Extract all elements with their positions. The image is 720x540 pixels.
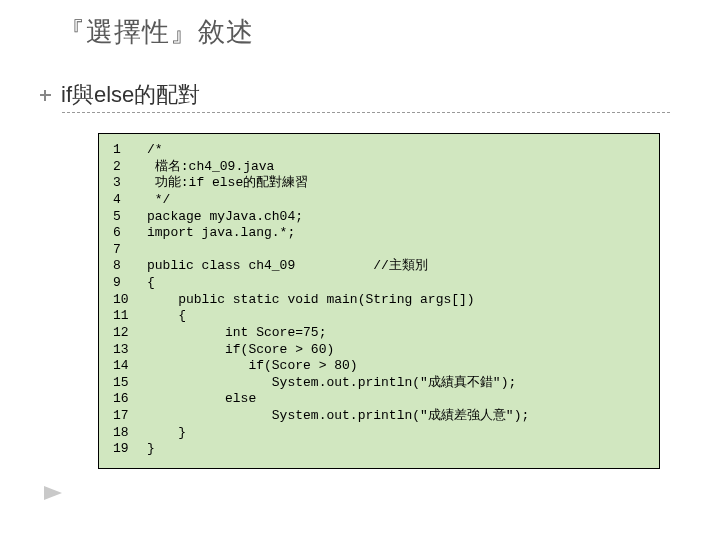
plus-bullet-icon: [40, 90, 51, 101]
code-text: public class ch4_09 //主類別: [147, 258, 428, 275]
subtitle: if與else的配對: [61, 80, 200, 110]
line-number: 2: [113, 159, 147, 176]
page-title: 『選擇性』敘述: [0, 14, 720, 50]
code-text: */: [147, 192, 170, 209]
line-number: 6: [113, 225, 147, 242]
code-text: System.out.println("成績真不錯");: [147, 375, 516, 392]
code-line: 15 System.out.println("成績真不錯");: [113, 375, 645, 392]
code-text: 檔名:ch4_09.java: [147, 159, 274, 176]
code-text: package myJava.ch04;: [147, 209, 303, 226]
code-line: 19}: [113, 441, 645, 458]
line-number: 15: [113, 375, 147, 392]
code-line: 2 檔名:ch4_09.java: [113, 159, 645, 176]
code-text: if(Score > 60): [147, 342, 334, 359]
line-number: 10: [113, 292, 147, 309]
slide: 『選擇性』敘述 if與else的配對 1/*2 檔名:ch4_09.java3 …: [0, 0, 720, 540]
code-line: 18 }: [113, 425, 645, 442]
code-line: 7: [113, 242, 645, 259]
line-number: 3: [113, 175, 147, 192]
line-number: 7: [113, 242, 147, 259]
code-text: {: [147, 308, 186, 325]
code-line: 17 System.out.println("成績差強人意");: [113, 408, 645, 425]
code-line: 6import java.lang.*;: [113, 225, 645, 242]
code-line: 16 else: [113, 391, 645, 408]
code-text: System.out.println("成績差強人意");: [147, 408, 529, 425]
line-number: 12: [113, 325, 147, 342]
code-text: import java.lang.*;: [147, 225, 295, 242]
code-block: 1/*2 檔名:ch4_09.java3 功能:if else的配對練習4 */…: [98, 133, 660, 469]
code-line: 10 public static void main(String args[]…: [113, 292, 645, 309]
line-number: 19: [113, 441, 147, 458]
line-number: 16: [113, 391, 147, 408]
code-line: 1/*: [113, 142, 645, 159]
line-number: 5: [113, 209, 147, 226]
code-line: 8public class ch4_09 //主類別: [113, 258, 645, 275]
code-text: public static void main(String args[]): [147, 292, 475, 309]
code-text: {: [147, 275, 155, 292]
code-text: if(Score > 80): [147, 358, 358, 375]
code-line: 4 */: [113, 192, 645, 209]
line-number: 14: [113, 358, 147, 375]
code-text: /*: [147, 142, 163, 159]
line-number: 1: [113, 142, 147, 159]
code-line: 9{: [113, 275, 645, 292]
code-text: 功能:if else的配對練習: [147, 175, 308, 192]
code-text: }: [147, 425, 186, 442]
line-number: 4: [113, 192, 147, 209]
code-line: 14 if(Score > 80): [113, 358, 645, 375]
code-line: 3 功能:if else的配對練習: [113, 175, 645, 192]
play-arrow-icon: [44, 486, 62, 500]
line-number: 18: [113, 425, 147, 442]
code-text: }: [147, 441, 155, 458]
code-line: 5package myJava.ch04;: [113, 209, 645, 226]
code-text: int Score=75;: [147, 325, 326, 342]
code-line: 13 if(Score > 60): [113, 342, 645, 359]
line-number: 13: [113, 342, 147, 359]
code-text: else: [147, 391, 256, 408]
line-number: 11: [113, 308, 147, 325]
code-line: 11 {: [113, 308, 645, 325]
svg-marker-0: [44, 486, 62, 500]
line-number: 17: [113, 408, 147, 425]
subtitle-row: if與else的配對: [0, 80, 720, 110]
code-line: 12 int Score=75;: [113, 325, 645, 342]
line-number: 9: [113, 275, 147, 292]
line-number: 8: [113, 258, 147, 275]
divider: [62, 112, 670, 113]
